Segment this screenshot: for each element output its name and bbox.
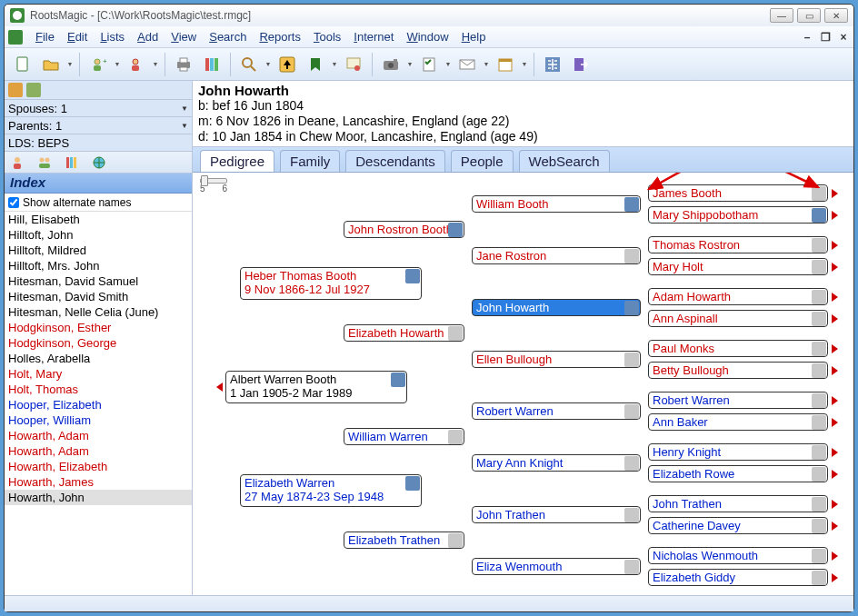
ped-gen5-9[interactable]: Ann Baker [648,413,828,431]
tree-badge-icon[interactable] [448,326,463,341]
expand-right-icon[interactable] [832,211,838,220]
ped-gen4-1[interactable]: Jane Rostron [472,247,641,264]
list-item[interactable]: Hilltoft, Mildred [5,243,192,258]
tree-badge-icon[interactable] [812,467,826,482]
ped-gen4-2[interactable]: John Howarth [472,299,641,316]
tree-badge-icon[interactable] [624,456,639,471]
tab-pedigree[interactable]: Pedigree [200,150,274,172]
ped-gen4-6[interactable]: John Trathen [472,506,641,523]
list-item[interactable]: Hitesman, David Samuel [5,273,192,289]
expand-right-icon[interactable] [832,418,838,427]
tree-badge-icon[interactable] [812,497,826,512]
expand-right-icon[interactable] [832,314,838,323]
expand-right-icon[interactable] [832,189,838,198]
tree-badge-icon[interactable] [405,476,420,491]
ped-gen5-11[interactable]: Elizabeth Rowe [648,465,828,482]
tree-icon[interactable] [540,52,565,77]
tree-badge-icon[interactable] [812,445,826,460]
list-item[interactable]: Hill, Elisabeth [5,212,192,227]
certificate-icon[interactable] [341,52,366,77]
menu-tools[interactable]: Tools [308,28,346,45]
ped-gen5-14[interactable]: Nicholas Wenmouth [648,547,828,564]
list-item[interactable]: Hitesman, David Smith [5,289,192,304]
pedigree-area[interactable]: 56 James BoothMary ShippobothamThomas Ro… [193,173,853,595]
mail-icon[interactable] [454,52,480,77]
tree-badge-icon[interactable] [812,549,826,563]
mdi-minimize[interactable]: – [801,31,813,44]
ped-gen4-7[interactable]: Eliza Wenmouth [472,558,641,575]
books-icon[interactable] [199,52,224,77]
ped-gen5-7[interactable]: Betty Bullough [648,362,828,379]
ped-gen4-3[interactable]: Ellen Bullough [472,351,641,368]
minimize-button[interactable]: — [770,8,793,23]
tree-badge-icon[interactable] [624,353,639,367]
ped-gen3-3[interactable]: Elizabeth Trathen [344,532,464,549]
info-icon-2[interactable] [26,83,41,97]
ped-gen4-0[interactable]: William Booth [472,195,641,213]
expand-right-icon[interactable] [832,396,838,405]
bookmark-dropdown[interactable]: ▼ [331,61,338,67]
expand-left-icon[interactable] [216,383,223,392]
sidetab-family-icon[interactable] [35,154,54,171]
menu-add[interactable]: Add [132,28,164,45]
menu-help[interactable]: Help [456,28,492,45]
tree-badge-icon[interactable] [391,373,405,387]
tree-badge-icon[interactable] [448,223,463,237]
list-item[interactable]: Hodgkinson, Esther [5,320,192,335]
ped-gen4-4[interactable]: Robert Warren [472,402,641,420]
ped-gen5-13[interactable]: Catherine Davey [648,517,828,534]
edit-person-icon[interactable] [124,52,149,77]
parents-row[interactable]: Parents: 1▼ [5,116,192,134]
expand-right-icon[interactable] [832,551,838,561]
list-item[interactable]: Holles, Arabella [5,351,192,366]
new-file-icon[interactable] [10,52,35,77]
ped-gen3-2[interactable]: William Warren [344,428,464,445]
menu-view[interactable]: View [165,28,202,45]
expand-right-icon[interactable] [832,366,838,375]
tree-badge-icon[interactable] [624,301,639,315]
ped-gen5-5[interactable]: Ann Aspinall [648,310,828,327]
menu-file[interactable]: File [30,28,60,45]
tree-badge-icon[interactable] [624,560,639,574]
menu-reports[interactable]: Reports [254,28,306,45]
list-item[interactable]: Howarth, Elizabeth [5,459,192,474]
tree-badge-icon[interactable] [812,363,826,378]
ped-gen5-2[interactable]: Thomas Rostron [648,236,828,253]
list-item[interactable]: Howarth, James [5,474,192,490]
mdi-close[interactable]: × [837,31,850,44]
mdi-restore[interactable]: ❐ [819,31,832,44]
add-person-dropdown[interactable]: ▼ [114,61,121,67]
date-calc-icon[interactable] [493,52,518,77]
name-list[interactable]: Hill, ElisabethHilltoft, JohnHilltoft, M… [5,212,192,595]
generation-slider[interactable]: 56 [200,178,227,194]
expand-right-icon[interactable] [832,470,838,479]
tree-badge-icon[interactable] [812,342,826,356]
open-dropdown[interactable]: ▼ [66,61,74,67]
info-icon-1[interactable] [8,83,23,97]
menu-search[interactable]: Search [204,28,252,45]
maximize-button[interactable]: ▭ [797,8,821,23]
tab-family[interactable]: Family [280,150,340,172]
search-dropdown[interactable]: ▼ [264,61,272,67]
menu-window[interactable]: Window [401,28,454,45]
ped-gen5-6[interactable]: Paul Monks [648,340,828,357]
list-item[interactable]: Hilltoft, John [5,227,192,243]
tree-badge-icon[interactable] [812,393,826,408]
spouses-row[interactable]: Spouses: 1▼ [5,99,192,116]
tree-badge-icon[interactable] [812,519,826,533]
list-item[interactable]: Howarth, John [5,490,192,505]
tree-badge-icon[interactable] [448,533,463,548]
tree-badge-icon[interactable] [812,260,826,274]
tree-badge-icon[interactable] [624,249,639,263]
tree-badge-icon[interactable] [624,197,639,212]
edit-person-dropdown[interactable]: ▼ [152,61,159,67]
expand-right-icon[interactable] [832,241,838,250]
list-item[interactable]: Hitesman, Nelle Celia (June) [5,304,192,320]
todo-icon[interactable] [416,52,442,77]
camera-icon[interactable] [378,52,404,77]
close-button[interactable]: ✕ [824,8,848,23]
list-item[interactable]: Holt, Thomas [5,382,192,397]
add-person-icon[interactable]: + [85,52,111,77]
expand-right-icon[interactable] [832,263,838,272]
list-item[interactable]: Hooper, Elizabeth [5,397,192,412]
